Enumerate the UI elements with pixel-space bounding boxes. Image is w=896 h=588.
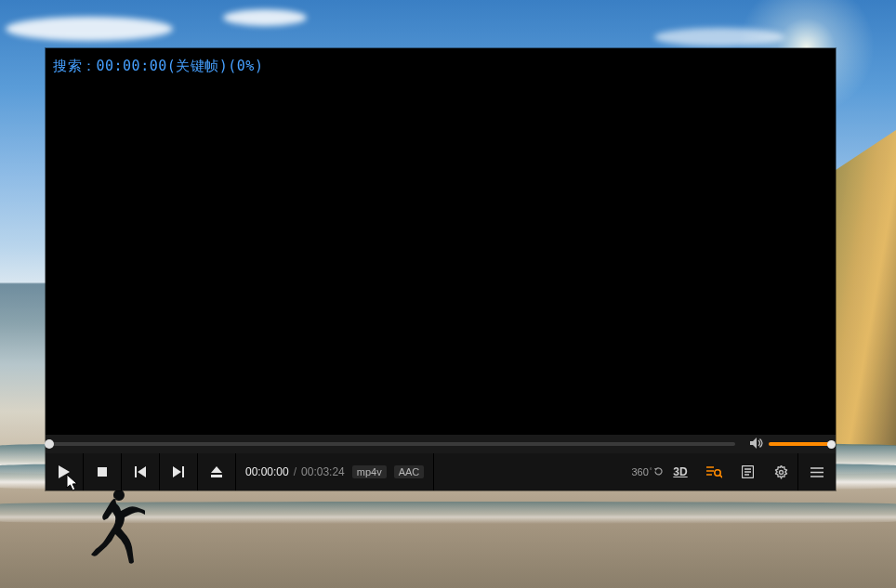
gear-icon bbox=[774, 465, 788, 479]
skip-previous-icon bbox=[135, 466, 146, 477]
wallpaper-runner-figure bbox=[80, 485, 145, 568]
refresh-arrow-icon bbox=[654, 467, 663, 476]
next-button[interactable] bbox=[160, 453, 198, 490]
audio-codec-badge: AAC bbox=[394, 465, 425, 478]
chapters-icon bbox=[742, 465, 754, 478]
hamburger-icon bbox=[810, 467, 824, 477]
time-separator: / bbox=[294, 465, 296, 478]
play-icon bbox=[59, 465, 70, 478]
video-codec-badge: mp4v bbox=[352, 465, 387, 478]
control-bar: 00:00:00 / 00:03:24 mp4v AAC 360° 3D bbox=[46, 453, 836, 490]
vr360-button[interactable]: 360° bbox=[630, 453, 664, 490]
vr360-label: 360° bbox=[631, 467, 662, 477]
previous-button[interactable] bbox=[122, 453, 160, 490]
playlist-search-icon bbox=[705, 465, 722, 478]
volume-slider[interactable] bbox=[769, 442, 832, 446]
playlist-search-button[interactable] bbox=[697, 453, 731, 490]
eject-icon bbox=[211, 466, 222, 477]
seek-bar-row bbox=[46, 435, 836, 453]
time-total: 00:03:24 bbox=[301, 465, 345, 478]
3d-label: 3D bbox=[673, 465, 687, 478]
media-player-window: 搜索：00:00:00(关键帧)(0%) 00: bbox=[46, 48, 836, 490]
3d-button[interactable]: 3D bbox=[664, 453, 697, 490]
chapters-button[interactable] bbox=[731, 453, 764, 490]
open-eject-button[interactable] bbox=[198, 453, 236, 490]
skip-next-icon bbox=[173, 466, 184, 477]
svg-point-3 bbox=[779, 470, 783, 474]
volume-handle[interactable] bbox=[827, 440, 836, 449]
video-area[interactable]: 搜索：00:00:00(关键帧)(0%) bbox=[46, 48, 836, 435]
svg-rect-0 bbox=[98, 467, 107, 477]
time-display: 00:00:00 / 00:03:24 mp4v AAC bbox=[236, 453, 434, 490]
volume-icon[interactable] bbox=[748, 438, 765, 451]
seek-slider[interactable] bbox=[49, 442, 735, 446]
seek-handle[interactable] bbox=[45, 439, 54, 449]
settings-button[interactable] bbox=[764, 453, 798, 490]
time-current: 00:00:00 bbox=[245, 465, 289, 478]
menu-button[interactable] bbox=[798, 453, 836, 490]
stop-icon bbox=[98, 467, 107, 477]
osd-seek-status: 搜索：00:00:00(关键帧)(0%) bbox=[53, 58, 263, 75]
stop-button[interactable] bbox=[84, 453, 122, 490]
play-button[interactable] bbox=[46, 453, 84, 490]
